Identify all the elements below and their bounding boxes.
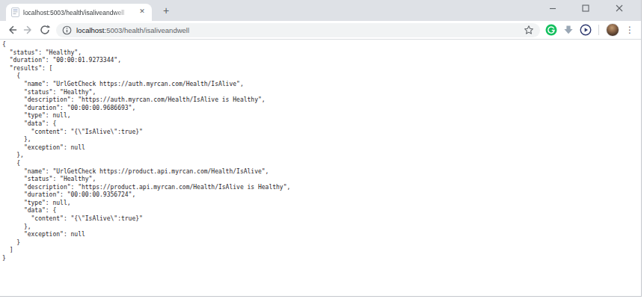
page-favicon-icon [11,7,19,17]
url-path: :5003/health/isaliveandwell [105,26,190,34]
new-tab-button[interactable]: + [159,4,173,18]
toolbar-divider [598,25,599,35]
page-content: { "status": "Healthy", "duration": "00:0… [0,40,641,296]
maximize-icon [579,1,592,15]
url-text: localhost:5003/health/isaliveandwell [76,26,189,34]
browser-menu-button[interactable]: ⋮ [625,25,635,35]
browser-tab[interactable]: localhost:5003/health/isaliveandwell ✕ [6,4,152,21]
minimize-icon [546,1,559,15]
json-response-body: { "status": "Healthy", "duration": "00:0… [0,40,641,263]
profile-avatar[interactable] [606,23,619,37]
bookmark-star-button[interactable] [524,25,534,35]
tab-strip: localhost:5003/health/isaliveandwell ✕ + [0,0,641,21]
window-maximize-button[interactable] [573,0,598,16]
reload-icon [39,24,51,36]
forward-button[interactable] [20,22,37,38]
arrow-right-icon [22,24,34,36]
browser-toolbar: localhost:5003/health/isaliveandwell [0,21,641,40]
arrow-left-icon [6,24,18,36]
tab-title: localhost:5003/health/isaliveandwell [23,9,134,16]
window-minimize-button[interactable] [540,0,565,16]
back-button[interactable] [4,22,20,38]
address-bar[interactable]: localhost:5003/health/isaliveandwell [56,23,540,37]
browser-window: localhost:5003/health/isaliveandwell ✕ + [0,0,642,297]
video-play-extension-icon[interactable] [580,24,592,36]
grammarly-extension-icon[interactable] [545,24,557,36]
tab-close-icon[interactable]: ✕ [138,8,147,17]
extensions-area: ⋮ [545,23,635,37]
url-host: localhost [76,26,105,34]
download-manager-extension-icon[interactable] [562,24,574,36]
reload-button[interactable] [37,22,53,38]
window-close-button[interactable] [607,0,632,16]
star-icon [524,25,534,35]
site-info-icon[interactable] [62,25,72,35]
close-icon [613,1,626,15]
